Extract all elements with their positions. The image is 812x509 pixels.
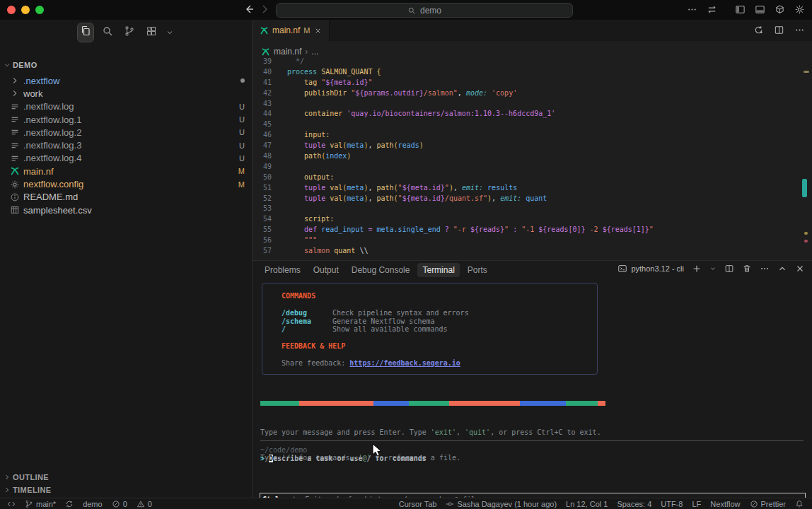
code-line-50[interactable]: 50 output:	[253, 172, 812, 183]
code-line-44[interactable]: 44 container 'quay.io/biocontainers/salm…	[253, 109, 812, 119]
swap-arrows-icon[interactable]	[707, 4, 717, 15]
panel-tab-output[interactable]: Output	[308, 263, 344, 277]
forward-icon[interactable]	[259, 4, 270, 15]
maximize-panel-icon[interactable]	[777, 264, 787, 274]
cube-icon[interactable]	[775, 4, 785, 15]
explorer-tab-button[interactable]	[78, 23, 93, 42]
code-line-49[interactable]: 49	[253, 162, 812, 172]
status-item-cursor-tab[interactable]: Cursor Tab	[399, 500, 437, 508]
panel-tabs: ProblemsOutputDebug ConsoleTerminalPorts	[260, 263, 492, 277]
code-line-39[interactable]: 39 */	[253, 57, 812, 67]
code-line-55[interactable]: 55 def read_input = meta.single_end ? "-…	[253, 225, 812, 235]
panel-tab-ports[interactable]: Ports	[463, 263, 492, 277]
settings-gear-icon[interactable]	[794, 4, 805, 15]
code-line-46[interactable]: 46 input:	[253, 130, 812, 141]
tree-item-samplesheet-csv[interactable]: samplesheet.csv	[0, 204, 252, 216]
code-line-42[interactable]: 42 publishDir "${params.outdir}/salmon",…	[253, 88, 812, 99]
command-center-search[interactable]: demo	[276, 3, 573, 18]
outline-section[interactable]: OUTLINE	[3, 471, 249, 484]
tree-item--nextflow-log[interactable]: .nextflow.logU	[0, 100, 252, 113]
status-item-spaces-4[interactable]: Spaces: 4	[617, 500, 651, 508]
terminal-view[interactable]: COMMANDS /debugCheck pipeline syntax and…	[253, 279, 812, 498]
progress-segment	[449, 401, 520, 406]
status-item-demo[interactable]: demo	[83, 500, 103, 508]
more-actions-icon[interactable]	[760, 264, 770, 274]
panel-tab-debug-console[interactable]: Debug Console	[347, 263, 415, 277]
scrollbar-thumb[interactable]	[802, 179, 807, 197]
explorer-section-header[interactable]: DEMO	[3, 61, 37, 69]
tree-item-nextflow-config[interactable]: nextflow.configM	[0, 177, 252, 190]
line-number: 42	[253, 88, 272, 99]
close-panel-icon[interactable]	[795, 264, 805, 274]
tree-item--nextflow-log-4[interactable]: .nextflow.log.4U	[0, 152, 252, 165]
split-editor-icon[interactable]	[774, 25, 784, 35]
shell-label: python3.12 - cli	[631, 264, 684, 273]
extensions-tab-button[interactable]	[144, 23, 159, 42]
code-line-52[interactable]: 52 tuple val(meta), path("${meta.id}/qua…	[253, 194, 812, 204]
timeline-section[interactable]: TIMELINE	[3, 484, 249, 496]
tree-item--nextflow[interactable]: .nextflow	[0, 74, 252, 87]
progress-bar	[260, 401, 605, 406]
code-line-40[interactable]: 40process SALMON_QUANT {	[253, 67, 812, 78]
tree-item--nextflow-log-3[interactable]: .nextflow.log.3U	[0, 139, 252, 151]
feedback-link[interactable]: https://feedback.seqera.io	[349, 359, 460, 367]
shell-chip[interactable]: python3.12 - cli	[617, 264, 684, 274]
zoom-window-button[interactable]	[35, 6, 44, 14]
back-icon[interactable]	[243, 4, 255, 15]
code-text: process SALMON_QUANT {	[287, 67, 381, 78]
tree-item--nextflow-log-1[interactable]: .nextflow.log.1U	[0, 113, 252, 126]
code-line-43[interactable]: 43	[253, 99, 812, 110]
minimize-window-button[interactable]	[21, 6, 30, 14]
status-item-prettier[interactable]: Prettier	[750, 500, 786, 508]
status-item-lf[interactable]: LF	[692, 500, 702, 508]
close-window-button[interactable]	[7, 6, 16, 14]
tab-main-nf[interactable]: main.nf M	[253, 20, 330, 41]
tree-item-main-nf[interactable]: main.nfM	[0, 165, 252, 177]
search-tab-button[interactable]	[100, 23, 115, 42]
status-item-bell-icon[interactable]	[795, 500, 804, 508]
tree-item-work[interactable]: work	[0, 87, 252, 100]
close-icon[interactable]	[314, 27, 322, 35]
kill-terminal-icon[interactable]	[742, 264, 752, 274]
panel-tab-terminal[interactable]: Terminal	[417, 263, 459, 277]
line-number: 40	[253, 67, 272, 78]
line-number: 47	[253, 141, 272, 151]
status-item-sasha-dagayev-1-hour-ago[interactable]: Sasha Dagayev (1 hour ago)	[446, 500, 557, 508]
status-item-main[interactable]: main*	[25, 500, 56, 508]
code-line-53[interactable]: 53	[253, 204, 812, 214]
file-label: samplesheet.csv	[23, 205, 245, 216]
code-view[interactable]: 39 */40process SALMON_QUANT {41 tag "${m…	[253, 57, 812, 257]
run-loop-icon[interactable]	[753, 25, 764, 35]
chevron-down-icon[interactable]	[166, 28, 174, 37]
code-line-56[interactable]: 56 """	[253, 235, 812, 246]
status-item-nextflow[interactable]: Nextflow	[710, 500, 740, 508]
status-item-0[interactable]: 0	[137, 500, 152, 508]
toggle-panel-icon[interactable]	[755, 4, 765, 15]
status-item-utf-8[interactable]: UTF-8	[661, 500, 683, 508]
code-line-41[interactable]: 41 tag "${meta.id}"	[253, 78, 812, 88]
code-line-51[interactable]: 51 tuple val(meta), path("${meta.id}"), …	[253, 183, 812, 194]
tree-item-README-md[interactable]: README.md	[0, 191, 252, 204]
code-line-54[interactable]: 54 script:	[253, 214, 812, 225]
feedback-title: FEEDBACK & HELP	[282, 342, 597, 350]
status-item-ln-12-col-1[interactable]: Ln 12, Col 1	[566, 500, 608, 508]
tree-item--nextflow-log-2[interactable]: .nextflow.log.2U	[0, 126, 252, 139]
source-control-tab-button[interactable]	[122, 23, 137, 42]
panel-tab-problems[interactable]: Problems	[260, 263, 306, 277]
code-line-57[interactable]: 57 salmon quant \\	[253, 246, 812, 257]
terminal-prompt[interactable]: > Describe a task or use / for commands	[260, 455, 427, 462]
chevron-down-icon[interactable]	[709, 264, 717, 274]
code-line-47[interactable]: 47 tuple val(meta), path(reads)	[253, 141, 812, 151]
status-right: Cursor TabSasha Dagayev (1 hour ago)Ln 1…	[399, 500, 804, 508]
split-terminal-icon[interactable]	[724, 264, 734, 274]
search-icon	[407, 6, 416, 15]
status-item-remote-icon[interactable]	[7, 500, 16, 508]
toggle-sidebar-icon[interactable]	[735, 4, 746, 15]
new-terminal-icon[interactable]	[692, 264, 702, 274]
status-item-0[interactable]: 0	[112, 500, 127, 508]
status-item-sync-icon[interactable]	[65, 500, 74, 508]
table-icon	[10, 205, 20, 215]
code-line-45[interactable]: 45	[253, 119, 812, 130]
more-icon[interactable]	[687, 4, 697, 15]
code-line-48[interactable]: 48 path(index)	[253, 151, 812, 162]
